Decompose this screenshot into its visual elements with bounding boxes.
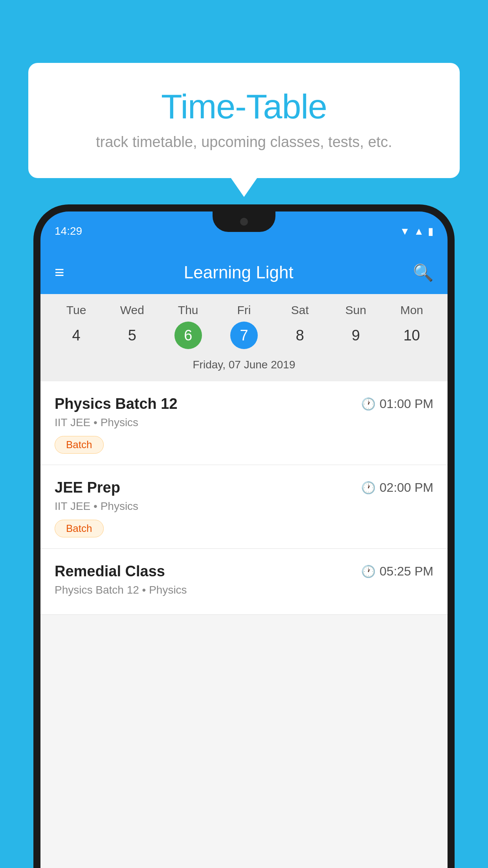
schedule-item[interactable]: Physics Batch 12🕐01:00 PMIIT JEE • Physi… [40, 381, 448, 465]
day-name: Thu [178, 303, 198, 317]
day-col-fri[interactable]: Fri7 [224, 303, 264, 349]
camera-dot [240, 218, 248, 226]
day-number[interactable]: 9 [342, 322, 370, 349]
status-icons: ▼ ▲ ▮ [400, 225, 433, 237]
time-text: 01:00 PM [380, 397, 433, 411]
day-name: Mon [400, 303, 423, 317]
status-bar: 14:29 ▼ ▲ ▮ [40, 211, 448, 251]
day-col-wed[interactable]: Wed5 [112, 303, 152, 349]
days-row: Tue4Wed5Thu6Fri7Sat8Sun9Mon10 [40, 303, 448, 349]
day-number[interactable]: 6 [174, 322, 202, 349]
day-col-sun[interactable]: Sun9 [336, 303, 376, 349]
day-number[interactable]: 5 [118, 322, 146, 349]
app-topbar: ≡ Learning Light 🔍 [40, 251, 448, 294]
day-col-tue[interactable]: Tue4 [57, 303, 96, 349]
schedule-item-subtitle: IIT JEE • Physics [55, 500, 433, 513]
schedule-item-time: 🕐01:00 PM [361, 397, 433, 411]
phone-screen: ≡ Learning Light 🔍 Tue4Wed5Thu6Fri7Sat8S… [40, 251, 448, 868]
schedule-item[interactable]: JEE Prep🕐02:00 PMIIT JEE • PhysicsBatch [40, 465, 448, 549]
day-name: Tue [66, 303, 86, 317]
phone-notch [213, 211, 275, 232]
clock-icon: 🕐 [361, 481, 376, 495]
day-name: Wed [120, 303, 144, 317]
wifi-icon: ▼ [400, 225, 410, 237]
bubble-subtitle: track timetable, upcoming classes, tests… [60, 134, 428, 151]
signal-icon: ▲ [414, 225, 424, 237]
day-number[interactable]: 8 [286, 322, 314, 349]
schedule-list: Physics Batch 12🕐01:00 PMIIT JEE • Physi… [40, 381, 448, 615]
search-icon[interactable]: 🔍 [413, 263, 433, 282]
schedule-item-title: Remedial Class [55, 563, 165, 580]
batch-tag: Batch [55, 520, 104, 537]
schedule-item-header: Physics Batch 12🕐01:00 PM [55, 395, 433, 412]
time-text: 02:00 PM [380, 480, 433, 495]
day-name: Fri [237, 303, 251, 317]
schedule-item-subtitle: IIT JEE • Physics [55, 416, 433, 429]
clock-icon: 🕐 [361, 397, 376, 411]
phone-outer: 14:29 ▼ ▲ ▮ ≡ Learning Light 🔍 Tu [33, 204, 455, 868]
battery-icon: ▮ [428, 225, 433, 237]
day-col-thu[interactable]: Thu6 [169, 303, 208, 349]
day-col-sat[interactable]: Sat8 [280, 303, 319, 349]
schedule-item-title: Physics Batch 12 [55, 395, 178, 412]
bubble-title: Time-Table [60, 86, 428, 127]
schedule-item[interactable]: Remedial Class🕐05:25 PMPhysics Batch 12 … [40, 549, 448, 615]
schedule-item-time: 🕐05:25 PM [361, 564, 433, 579]
calendar-strip: Tue4Wed5Thu6Fri7Sat8Sun9Mon10 Friday, 07… [40, 294, 448, 381]
day-name: Sat [291, 303, 309, 317]
hamburger-icon[interactable]: ≡ [55, 264, 64, 281]
day-name: Sun [345, 303, 366, 317]
speech-bubble: Time-Table track timetable, upcoming cla… [28, 63, 460, 178]
status-time: 14:29 [55, 225, 82, 237]
batch-tag: Batch [55, 436, 104, 454]
selected-date-label: Friday, 07 June 2019 [40, 355, 448, 378]
schedule-item-header: Remedial Class🕐05:25 PM [55, 563, 433, 580]
time-text: 05:25 PM [380, 564, 433, 579]
schedule-item-header: JEE Prep🕐02:00 PM [55, 479, 433, 496]
schedule-item-title: JEE Prep [55, 479, 120, 496]
schedule-item-time: 🕐02:00 PM [361, 480, 433, 495]
clock-icon: 🕐 [361, 565, 376, 578]
day-number[interactable]: 7 [230, 322, 258, 349]
app-title: Learning Light [77, 263, 400, 282]
day-col-mon[interactable]: Mon10 [392, 303, 431, 349]
phone-container: 14:29 ▼ ▲ ▮ ≡ Learning Light 🔍 Tu [33, 204, 455, 868]
day-number[interactable]: 4 [62, 322, 90, 349]
speech-bubble-container: Time-Table track timetable, upcoming cla… [28, 63, 460, 178]
day-number[interactable]: 10 [398, 322, 426, 349]
schedule-item-subtitle: Physics Batch 12 • Physics [55, 584, 433, 596]
